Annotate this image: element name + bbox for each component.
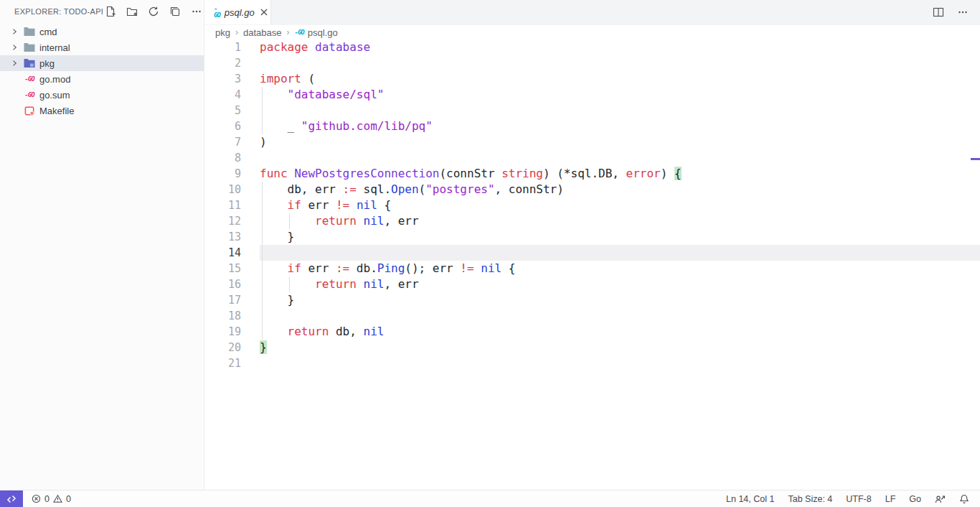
makefile-icon [23,105,36,116]
encoding-setting[interactable]: UTF-8 [846,494,871,504]
code-line-content: _ "github.com/lib/pq" [260,118,980,134]
go-file-icon: -GO [214,6,220,19]
eol-setting[interactable]: LF [885,494,896,504]
code-line-4[interactable]: 4 "database/sql" [204,87,980,103]
code-line-15[interactable]: 15 if err := db.Ping(); err != nil { [204,261,980,276]
refresh-icon[interactable] [146,4,161,19]
new-file-icon[interactable] [103,4,118,19]
code-line-content: if err := db.Ping(); err != nil { [260,261,980,276]
code-line-content: return nil, err [260,213,980,229]
sidebar-item-makefile[interactable]: Makefile [0,103,204,118]
sidebar-item-go-sum[interactable]: -GOgo.sum [0,87,204,103]
indentation-setting[interactable]: Tab Size: 4 [788,494,832,504]
indent-guide [262,213,263,229]
chevron-right-icon[interactable] [9,26,20,37]
code-line-18[interactable]: 18 [204,308,980,324]
line-number: 13 [204,229,241,245]
tree-item-label: go.mod [39,74,70,85]
language-mode[interactable]: Go [909,494,921,504]
code-line-14[interactable]: 14 [204,245,980,261]
indent-guide [289,276,290,292]
feedback-icon[interactable] [935,494,946,504]
code-line-13[interactable]: 13 } [204,229,980,245]
breadcrumb-item-file[interactable]: psql.go [308,27,338,38]
code-line-17[interactable]: 17 } [204,292,980,308]
code-line-content [260,55,980,71]
line-number: 19 [204,324,241,340]
split-editor-icon[interactable] [931,5,946,19]
breadcrumb-item-database[interactable]: database [243,27,282,38]
indent-guide [262,87,263,103]
code-line-10[interactable]: 10 db, err := sql.Open("postgres", connS… [204,182,980,197]
line-number: 9 [204,166,241,182]
code-line-content [260,308,980,324]
code-line-1[interactable]: 1package database [204,39,980,55]
tab-psql-go[interactable]: -GO psql.go [204,0,271,24]
close-tab-icon[interactable] [260,6,268,18]
code-line-19[interactable]: 19 return db, nil [204,324,980,340]
code-line-content: return nil, err [260,276,980,292]
explorer-actions [103,4,204,19]
explorer-sidebar: EXPLORER: TODO-API [0,0,204,490]
code-line-16[interactable]: 16 return nil, err [204,276,980,292]
chevron-right-icon: › [235,27,238,37]
code-line-7[interactable]: 7) [204,134,980,150]
code-line-20[interactable]: 20} [204,340,980,355]
breadcrumb-item-pkg[interactable]: pkg [215,27,230,38]
package-folder-icon [23,57,36,69]
code-line-5[interactable]: 5 [204,103,980,118]
line-number: 14 [204,245,241,261]
tab-bar: -GO psql.go [204,0,980,25]
folder-icon [23,26,36,37]
code-line-content [260,355,980,371]
code-line-content: return db, nil [260,324,980,340]
code-line-content: if err != nil { [260,197,980,213]
sidebar-item-internal[interactable]: internal [0,39,204,55]
sidebar-item-pkg[interactable]: pkg [0,55,204,71]
line-number: 8 [204,150,241,166]
code-line-content [260,103,980,118]
code-line-content [260,245,980,261]
code-line-2[interactable]: 2 [204,55,980,71]
notifications-bell-icon[interactable] [959,494,969,504]
code-line-3[interactable]: 3import ( [204,71,980,87]
remote-indicator-button[interactable] [0,490,23,507]
chevron-right-icon: › [286,27,289,37]
sidebar-item-cmd[interactable]: cmd [0,24,204,39]
code-line-6[interactable]: 6 _ "github.com/lib/pq" [204,118,980,134]
tree-item-label: pkg [39,58,55,69]
new-folder-icon[interactable] [125,4,139,19]
code-line-11[interactable]: 11 if err != nil { [204,197,980,213]
editor-more-icon[interactable] [956,5,970,19]
code-line-12[interactable]: 12 return nil, err [204,213,980,229]
code-editor[interactable]: 1package database23import (4 "database/s… [204,39,980,490]
indent-guide [262,261,263,276]
collapse-folders-icon[interactable] [168,4,182,19]
code-line-21[interactable]: 21 [204,355,980,371]
code-line-8[interactable]: 8 [204,150,980,166]
explorer-header: EXPLORER: TODO-API [0,0,204,23]
chevron-right-icon[interactable] [9,57,20,69]
indent-guide [262,229,263,245]
code-line-9[interactable]: 9func NewPostgresConnection(connStr stri… [204,166,980,182]
indent-guide [262,103,263,118]
tab-label: psql.go [225,7,255,18]
explorer-more-icon[interactable] [189,4,204,19]
line-number: 1 [204,39,241,55]
go-mod-icon: -GO [23,73,36,85]
breadcrumb: pkg › database › -GO psql.go [204,25,980,39]
problems-indicator[interactable]: 0 0 [32,494,71,504]
code-line-content: } [260,229,980,245]
line-number: 6 [204,118,241,134]
indent-guide [262,292,263,308]
cursor-position[interactable]: Ln 14, Col 1 [726,494,774,504]
indent-guide [262,245,263,261]
chevron-right-icon[interactable] [9,42,20,53]
line-number: 12 [204,213,241,229]
tree-item-label: Makefile [39,106,74,116]
line-number: 10 [204,182,241,197]
indent-guide [262,118,263,134]
file-tree: cmdinternalpkg-GOgo.mod-GOgo.sumMakefile [0,23,204,118]
tree-item-label: go.sum [39,90,70,101]
sidebar-item-go-mod[interactable]: -GOgo.mod [0,71,204,87]
